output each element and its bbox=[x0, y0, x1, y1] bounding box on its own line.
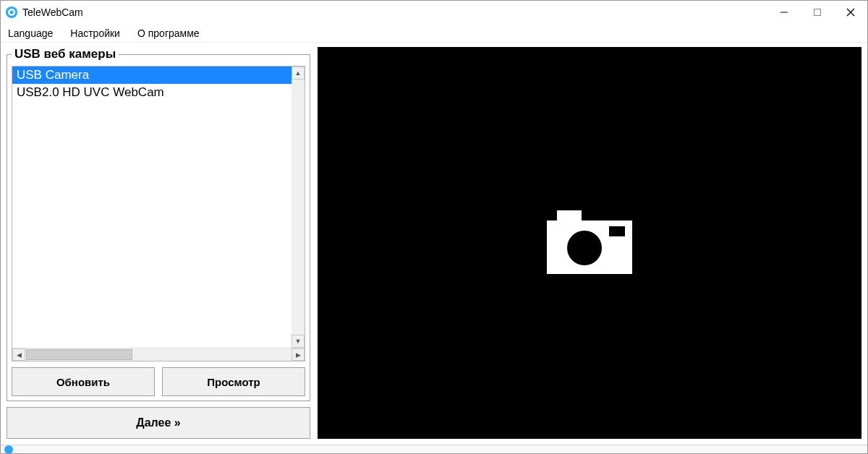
vertical-scrollbar[interactable]: ▲ ▼ bbox=[292, 67, 305, 348]
list-item[interactable]: USB2.0 HD UVC WebCam bbox=[12, 84, 292, 101]
svg-rect-4 bbox=[814, 9, 821, 16]
svg-point-10 bbox=[567, 231, 602, 265]
left-panel: USB веб камеры USB Camera USB2.0 HD UVC … bbox=[7, 47, 310, 439]
svg-rect-9 bbox=[609, 226, 625, 236]
preview-button[interactable]: Просмотр bbox=[162, 367, 305, 396]
svg-point-2 bbox=[10, 11, 14, 14]
menu-language[interactable]: Language bbox=[5, 26, 56, 40]
video-preview bbox=[318, 47, 861, 439]
next-button[interactable]: Далее » bbox=[7, 407, 310, 439]
scroll-down-icon[interactable]: ▼ bbox=[292, 335, 305, 348]
minimize-button[interactable] bbox=[767, 1, 801, 24]
camera-group: USB веб камеры USB Camera USB2.0 HD UVC … bbox=[7, 47, 310, 401]
maximize-button[interactable] bbox=[801, 1, 834, 24]
close-button[interactable] bbox=[834, 1, 867, 24]
app-icon bbox=[5, 6, 18, 19]
camera-listbox[interactable]: USB Camera USB2.0 HD UVC WebCam ▲ ▼ ◀ ▶ bbox=[12, 66, 305, 361]
window-title: TeleWebCam bbox=[22, 7, 83, 18]
refresh-button[interactable]: Обновить bbox=[12, 367, 155, 396]
menu-settings[interactable]: Настройки bbox=[67, 26, 123, 40]
list-item[interactable]: USB Camera bbox=[12, 67, 292, 84]
camera-icon bbox=[542, 206, 637, 280]
menubar: Language Настройки О программе bbox=[1, 24, 867, 43]
scroll-up-icon[interactable]: ▲ bbox=[292, 67, 305, 80]
scroll-right-icon[interactable]: ▶ bbox=[292, 348, 305, 361]
horizontal-scroll-thumb[interactable] bbox=[26, 349, 132, 360]
menu-about[interactable]: О программе bbox=[135, 26, 203, 40]
content-area: USB веб камеры USB Camera USB2.0 HD UVC … bbox=[1, 43, 867, 445]
horizontal-scrollbar[interactable]: ◀ ▶ bbox=[12, 348, 305, 361]
camera-group-label: USB веб камеры bbox=[12, 47, 119, 61]
window-controls bbox=[767, 1, 867, 24]
status-icon bbox=[4, 445, 14, 455]
svg-rect-8 bbox=[557, 210, 582, 225]
camera-list-items: USB Camera USB2.0 HD UVC WebCam bbox=[12, 67, 292, 348]
vertical-scroll-track[interactable] bbox=[292, 80, 305, 335]
svg-point-11 bbox=[4, 445, 13, 454]
titlebar: TeleWebCam bbox=[1, 1, 867, 24]
horizontal-scroll-track[interactable] bbox=[25, 348, 292, 361]
scroll-left-icon[interactable]: ◀ bbox=[12, 348, 25, 361]
statusbar bbox=[1, 445, 867, 453]
